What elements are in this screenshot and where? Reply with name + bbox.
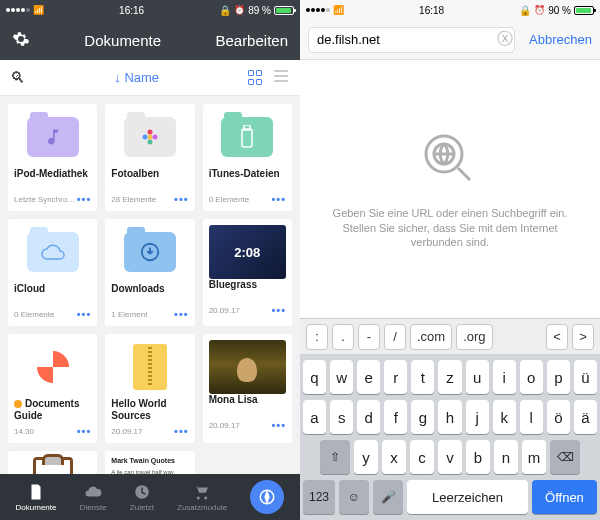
grid-view-button[interactable] [248, 70, 264, 86]
more-button[interactable]: ••• [77, 308, 92, 320]
dictation-key[interactable]: 🎤 [373, 480, 403, 514]
key-k[interactable]: k [493, 400, 516, 434]
file-item[interactable]: iPod-MediathekLetzte Synchro…••• [8, 104, 97, 211]
key-q[interactable]: q [303, 360, 326, 394]
more-button[interactable]: ••• [174, 193, 189, 205]
key-n[interactable]: n [494, 440, 518, 474]
accessory-key[interactable]: .com [410, 324, 452, 350]
key-r[interactable]: r [384, 360, 407, 394]
key-y[interactable]: y [354, 440, 378, 474]
key-b[interactable]: b [466, 440, 490, 474]
status-time: 16:18 [419, 5, 444, 16]
key-u[interactable]: u [466, 360, 489, 394]
status-bar: 📶 16:16 🔒 ⏰ 89 % [0, 0, 300, 20]
file-item[interactable]: Fotoalben28 Elemente••• [105, 104, 194, 211]
return-key[interactable]: Öffnen [532, 480, 597, 514]
key-h[interactable]: h [438, 400, 461, 434]
svg-point-4 [152, 135, 157, 140]
more-button[interactable]: ••• [271, 419, 286, 431]
key-ä[interactable]: ä [574, 400, 597, 434]
file-item[interactable]: Mark Twain QuotesA lie can travel half w… [105, 451, 194, 474]
key-f[interactable]: f [384, 400, 407, 434]
accessory-key[interactable]: .org [456, 324, 492, 350]
next-key[interactable]: > [572, 324, 594, 350]
more-button[interactable]: ••• [174, 308, 189, 320]
svg-rect-5 [242, 129, 252, 147]
key-a[interactable]: a [303, 400, 326, 434]
accessory-key[interactable]: . [332, 324, 354, 350]
key-v[interactable]: v [438, 440, 462, 474]
file-item[interactable]: iCloud0 Elemente••• [8, 219, 97, 326]
settings-button[interactable] [12, 30, 30, 51]
accessory-key[interactable]: / [384, 324, 406, 350]
key-o[interactable]: o [520, 360, 543, 394]
key-l[interactable]: l [520, 400, 543, 434]
more-button[interactable]: ••• [77, 193, 92, 205]
svg-point-2 [147, 140, 152, 145]
key-e[interactable]: e [357, 360, 380, 394]
file-item[interactable]: Documents Guide14:30••• [8, 334, 97, 443]
key-ö[interactable]: ö [547, 400, 570, 434]
search-button[interactable]: 🔍︎ [10, 69, 25, 86]
emoji-key[interactable]: ☺ [339, 480, 369, 514]
key-c[interactable]: c [410, 440, 434, 474]
video-thumb: 2:08 [209, 225, 286, 279]
key-g[interactable]: g [411, 400, 434, 434]
file-name: Hello World Sources [111, 398, 188, 422]
key-j[interactable]: j [466, 400, 489, 434]
file-item[interactable]: iTunes-Dateien0 Elemente••• [203, 104, 292, 211]
key-m[interactable]: m [522, 440, 546, 474]
tab-documents[interactable]: Dokumente [16, 483, 57, 512]
file-item[interactable]: Mona Lisa20.09.17••• [203, 334, 292, 443]
backspace-key[interactable]: ⌫ [550, 440, 580, 474]
key-z[interactable]: z [438, 360, 461, 394]
key-i[interactable]: i [493, 360, 516, 394]
more-button[interactable]: ••• [77, 425, 92, 437]
url-input[interactable] [308, 27, 515, 53]
sort-button[interactable]: ↓ Name [114, 70, 159, 85]
edit-button[interactable]: Bearbeiten [215, 32, 288, 49]
browser-button[interactable] [250, 480, 284, 514]
file-name: Mona Lisa [209, 394, 286, 416]
more-button[interactable]: ••• [271, 304, 286, 316]
address-bar: ⓧ Abbrechen [300, 20, 600, 60]
svg-rect-6 [244, 125, 250, 130]
file-item[interactable] [8, 451, 97, 474]
more-button[interactable]: ••• [271, 193, 286, 205]
file-item[interactable]: Hello World Sources20.09.17••• [105, 334, 194, 443]
tab-services[interactable]: Dienste [80, 483, 107, 512]
key-p[interactable]: p [547, 360, 570, 394]
file-name: iTunes-Dateien [209, 168, 286, 190]
prev-key[interactable]: < [546, 324, 568, 350]
shift-key[interactable]: ⇧ [320, 440, 350, 474]
key-s[interactable]: s [330, 400, 353, 434]
accessory-key[interactable]: - [358, 324, 380, 350]
key-w[interactable]: w [330, 360, 353, 394]
file-item[interactable]: 2:08Bluegrass20.09.17••• [203, 219, 292, 326]
documents-screen: 📶 16:16 🔒 ⏰ 89 % Dokumente Bearbeiten 🔍︎… [0, 0, 300, 520]
text-thumb: Mark Twain QuotesA lie can travel half w… [111, 457, 188, 474]
clear-input-button[interactable]: ⓧ [497, 29, 513, 50]
lifebuoy-icon [32, 346, 74, 388]
sort-row: 🔍︎ ↓ Name [0, 60, 300, 96]
accessory-key[interactable]: : [306, 324, 328, 350]
file-name: Bluegrass [209, 279, 286, 301]
key-d[interactable]: d [357, 400, 380, 434]
zip-icon [133, 344, 167, 390]
key-ü[interactable]: ü [574, 360, 597, 394]
key-x[interactable]: x [382, 440, 406, 474]
file-meta: 20.09.17 [111, 427, 142, 436]
more-button[interactable]: ••• [174, 425, 189, 437]
cancel-button[interactable]: Abbrechen [529, 32, 592, 47]
file-item[interactable]: Downloads1 Element••• [105, 219, 194, 326]
tab-bar: Dokumente Dienste Zuletzt Zusatzmodule [0, 474, 300, 520]
file-grid: iPod-MediathekLetzte Synchro…•••Fotoalbe… [0, 96, 300, 474]
numbers-key[interactable]: 123 [303, 480, 335, 514]
space-key[interactable]: Leerzeichen [407, 480, 528, 514]
key-t[interactable]: t [411, 360, 434, 394]
signal-dots-icon [6, 8, 30, 12]
tab-addons[interactable]: Zusatzmodule [177, 483, 227, 512]
tab-recent[interactable]: Zuletzt [130, 483, 154, 512]
wifi-icon: 📶 [33, 5, 44, 15]
list-view-button[interactable] [274, 70, 290, 86]
